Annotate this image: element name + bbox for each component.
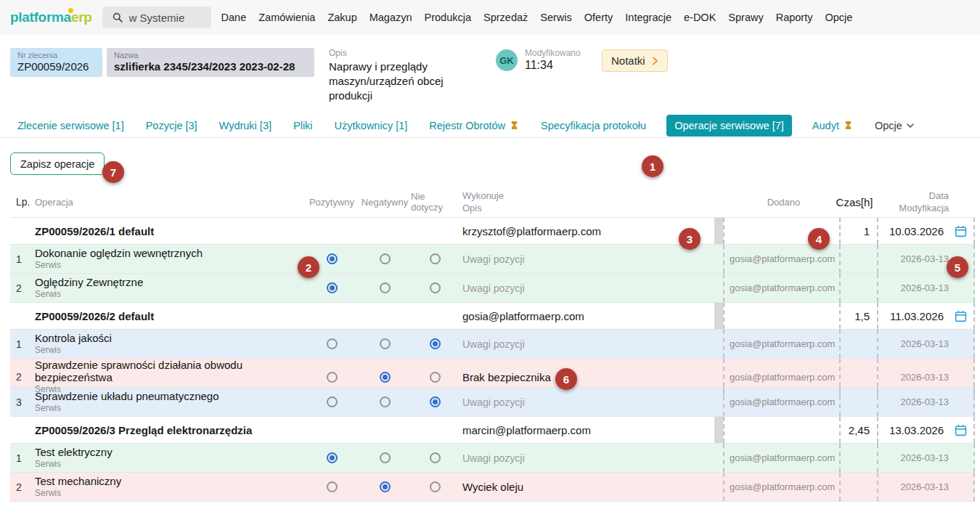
top-nav: platformaerp Dane Zamówienia Zakup Magaz… bbox=[0, 0, 980, 35]
date-field[interactable]: 13.03.2026 bbox=[877, 417, 975, 443]
menu-item-raporty[interactable]: Raporty bbox=[776, 12, 813, 23]
hourglass-icon bbox=[844, 121, 853, 130]
radio-not-applicable[interactable] bbox=[430, 253, 441, 264]
tab-rejestr-obrotow[interactable]: Rejestr Obrotów bbox=[428, 115, 520, 137]
radio-positive[interactable] bbox=[327, 282, 338, 293]
operation-row: 3 Sprawdzenie układu pneumatycznego Serw… bbox=[10, 387, 975, 416]
menu-item-edok[interactable]: e-DOK bbox=[684, 12, 716, 23]
time-field[interactable]: 1 bbox=[839, 218, 877, 244]
modified-date: 2026-03-13 bbox=[877, 444, 975, 472]
menu-item-zamowienia[interactable]: Zamówienia bbox=[258, 12, 315, 23]
note-input[interactable]: Uwagi pozycji bbox=[462, 452, 525, 464]
time-field[interactable]: 1,5 bbox=[839, 303, 877, 329]
radio-not-applicable[interactable] bbox=[430, 481, 441, 492]
tab-audyt[interactable]: Audyt bbox=[811, 115, 854, 137]
menu-item-zakup[interactable]: Zakup bbox=[327, 12, 356, 23]
radio-negative[interactable] bbox=[380, 253, 391, 264]
note-input[interactable]: Uwagi pozycji bbox=[462, 338, 525, 350]
radio-not-applicable[interactable] bbox=[430, 282, 441, 293]
operation-subtitle: Serwis bbox=[35, 459, 61, 470]
menu-item-oferty[interactable]: Oferty bbox=[584, 12, 613, 23]
order-name-field[interactable]: Nazwa szlifierka 2345/234/2023 2023-02-2… bbox=[107, 48, 314, 77]
hourglass-icon bbox=[510, 121, 519, 130]
calendar-icon[interactable] bbox=[955, 225, 967, 237]
tab-operacje-serwisowe[interactable]: Operacje serwisowe [7] bbox=[666, 115, 792, 137]
time-field[interactable]: 2,45 bbox=[839, 417, 877, 443]
menu-item-sprawy[interactable]: Sprawy bbox=[728, 12, 763, 23]
added-by: gosia@platformaerp.com bbox=[723, 330, 839, 358]
tab-uzytkownicy[interactable]: Użytkownicy [1] bbox=[333, 115, 409, 137]
radio-not-applicable[interactable] bbox=[430, 338, 441, 349]
menu-item-dane[interactable]: Dane bbox=[221, 12, 247, 23]
modified-date: 2026-03-13 bbox=[877, 330, 975, 358]
radio-negative[interactable] bbox=[380, 396, 391, 407]
radio-negative[interactable] bbox=[380, 282, 391, 293]
toolbar: Zapisz operacje bbox=[0, 138, 980, 175]
menu-item-produkcja[interactable]: Produkcja bbox=[425, 12, 471, 23]
search-input[interactable] bbox=[129, 12, 202, 24]
operation-name: Sprawdzenie układu pneumatycznego bbox=[35, 390, 219, 402]
resize-handle bbox=[714, 218, 723, 244]
radio-negative[interactable] bbox=[380, 372, 391, 383]
radio-positive[interactable] bbox=[327, 338, 338, 349]
order-description-value: Naprawy i przeglądy maszyn/urządzeń obce… bbox=[329, 60, 483, 103]
calendar-icon[interactable] bbox=[955, 310, 967, 322]
order-name-value: szlifierka 2345/234/2023 2023-02-28 bbox=[114, 60, 307, 73]
operation-row: 2 Oględziny Zewnętrzne Serwis Uwagi pozy… bbox=[10, 273, 975, 302]
row-lp: 1 bbox=[10, 444, 35, 472]
group-title: ZP00059/2026/3 Przegląd elektronarzędzia bbox=[35, 417, 305, 443]
radio-not-applicable[interactable] bbox=[430, 396, 441, 407]
tab-pozycje[interactable]: Pozycje [3] bbox=[144, 115, 199, 137]
note-input[interactable]: Wyciek oleju bbox=[462, 481, 523, 493]
radio-positive[interactable] bbox=[327, 372, 338, 383]
executor-field[interactable]: gosia@platformaerp.com bbox=[459, 303, 723, 329]
operation-subtitle: Serwis bbox=[35, 260, 61, 271]
note-input[interactable]: Brak bezpiecznika bbox=[462, 371, 551, 383]
order-number-field: Nr zlecenia ZP00059/2026 bbox=[10, 48, 102, 77]
menu-item-magazyn[interactable]: Magazyn bbox=[369, 12, 412, 23]
radio-positive[interactable] bbox=[327, 396, 338, 407]
note-input[interactable]: Uwagi pozycji bbox=[462, 396, 525, 408]
search-icon bbox=[112, 12, 123, 23]
radio-not-applicable[interactable] bbox=[430, 452, 441, 463]
save-operations-button[interactable]: Zapisz operacje bbox=[10, 152, 105, 175]
executor-field[interactable]: marcin@platformaerp.com bbox=[459, 417, 723, 443]
radio-not-applicable[interactable] bbox=[430, 372, 441, 383]
menu-item-integracje[interactable]: Integracje bbox=[625, 12, 671, 23]
radio-positive[interactable] bbox=[327, 452, 338, 463]
operation-row: 2 Sprawdzenie sprawności działania obwod… bbox=[10, 358, 975, 387]
tab-pliki[interactable]: Pliki bbox=[292, 115, 314, 137]
tab-zlecenie-serwisowe[interactable]: Zlecenie serwisowe [1] bbox=[16, 115, 126, 137]
menu-item-sprzedaz[interactable]: Sprzedaż bbox=[483, 12, 528, 23]
tab-wydruki[interactable]: Wydruki [3] bbox=[218, 115, 273, 137]
tab-specyfikacja-protokolu[interactable]: Specyfikacja protokołu bbox=[539, 115, 648, 137]
operation-group-row: ZP00059/2026/2 default gosia@platformaer… bbox=[10, 302, 975, 329]
operation-subtitle: Serwis bbox=[35, 488, 61, 499]
order-number-value: ZP00059/2026 bbox=[17, 60, 95, 73]
order-name-label: Nazwa bbox=[114, 51, 307, 60]
radio-negative[interactable] bbox=[380, 338, 391, 349]
system-search[interactable] bbox=[102, 7, 211, 28]
notes-button[interactable]: Notatki bbox=[602, 49, 668, 72]
radio-negative[interactable] bbox=[380, 481, 391, 492]
operation-name: Sprawdzenie sprawności działania obwodu … bbox=[35, 359, 305, 383]
tab-opcje-dropdown[interactable]: Opcje bbox=[873, 115, 915, 137]
note-input[interactable]: Uwagi pozycji bbox=[462, 282, 525, 294]
app-logo: platformaerp bbox=[10, 9, 92, 25]
user-avatar[interactable]: GK bbox=[496, 49, 518, 71]
radio-negative[interactable] bbox=[380, 452, 391, 463]
note-input[interactable]: Uwagi pozycji bbox=[462, 253, 525, 265]
added-by: gosia@platformaerp.com bbox=[723, 388, 839, 416]
menu-item-opcje[interactable]: Opcje bbox=[825, 12, 852, 23]
calendar-icon[interactable] bbox=[955, 424, 967, 436]
chevron-right-icon bbox=[652, 57, 658, 65]
radio-positive[interactable] bbox=[327, 253, 338, 264]
radio-positive[interactable] bbox=[327, 481, 338, 492]
date-field[interactable]: 11.03.2026 bbox=[877, 303, 975, 329]
menu-item-serwis[interactable]: Serwis bbox=[540, 12, 572, 23]
operation-row: 1 Dokonanie oględzin wewnętrznych Serwis… bbox=[10, 244, 975, 273]
date-field[interactable]: 10.03.2026 bbox=[877, 218, 975, 244]
order-description-label: Opis bbox=[329, 48, 483, 58]
main-menu: Dane Zamówienia Zakup Magazyn Produkcja … bbox=[221, 12, 853, 23]
col-header-positive: Pozytywny bbox=[305, 187, 359, 217]
